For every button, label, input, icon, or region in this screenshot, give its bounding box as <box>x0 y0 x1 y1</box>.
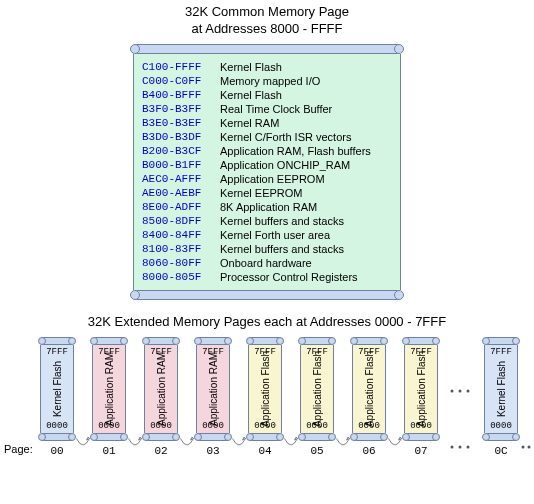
memory-addr: B3D0-B3DF <box>142 130 220 144</box>
page-body: 7FFFApplication Flash0000 <box>404 345 438 433</box>
page-scroll-top <box>484 337 518 345</box>
memory-row: 8060-80FFOnboard hardware <box>142 256 392 270</box>
svg-point-3 <box>451 445 454 448</box>
page-addr-bottom: 0000 <box>249 421 281 431</box>
svg-point-1 <box>459 389 462 392</box>
extended-title: 32K Extended Memory Pages each at Addres… <box>0 314 534 329</box>
common-title: 32K Common Memory Page at Addresses 8000… <box>0 4 534 38</box>
ellipsis-icon <box>520 443 534 451</box>
memory-page: 7FFFApplication Flash000007 <box>404 337 438 457</box>
page-scroll-top <box>352 337 386 345</box>
page-number: 0C <box>484 445 518 457</box>
memory-addr: AE00-AEBF <box>142 186 220 200</box>
page-label: Kernel Flash <box>496 361 507 417</box>
memory-addr: B3F0-B3FF <box>142 102 220 116</box>
memory-row: 8500-8DFFKernel buffers and stacks <box>142 214 392 228</box>
page-addr-top: 7FFF <box>41 347 73 357</box>
memory-row: B3E0-B3EFKernel RAM <box>142 116 392 130</box>
memory-desc: Kernel buffers and stacks <box>220 242 344 256</box>
page-row-label: Page: <box>4 443 33 455</box>
memory-addr: 8060-80FF <box>142 256 220 270</box>
page-body: 7FFFApplication Flash0000 <box>300 345 334 433</box>
page-body: 7FFFKernel Flash0000 <box>484 345 518 433</box>
page-label: Application RAM <box>156 352 167 426</box>
title-line2: at Addresses 8000 - FFFF <box>191 21 342 36</box>
page-addr-bottom: 0000 <box>353 421 385 431</box>
extended-pages-row: Page: 7FFFKernel Flash0000007FFFApplicat… <box>0 337 534 471</box>
memory-row: B200-B3CFApplication RAM, Flash buffers <box>142 144 392 158</box>
memory-desc: Onboard hardware <box>220 256 312 270</box>
memory-desc: Kernel Flash <box>220 60 282 74</box>
memory-addr: 8400-84FF <box>142 228 220 242</box>
page-addr-bottom: 0000 <box>485 421 517 431</box>
memory-desc: Real Time Clock Buffer <box>220 102 332 116</box>
memory-row: B000-B1FFApplication ONCHIP_RAM <box>142 158 392 172</box>
page-scroll-top <box>404 337 438 345</box>
memory-addr: AEC0-AFFF <box>142 172 220 186</box>
page-addr-bottom: 0000 <box>405 421 437 431</box>
memory-addr: C100-FFFF <box>142 60 220 74</box>
memory-addr: C000-C0FF <box>142 74 220 88</box>
page-label: Application Flash <box>260 351 271 427</box>
connector-arrow <box>277 437 305 453</box>
page-body: 7FFFApplication Flash0000 <box>248 345 282 433</box>
memory-row: AEC0-AFFFApplication EEPROM <box>142 172 392 186</box>
page-label: Application Flash <box>312 351 323 427</box>
page-scroll-top <box>40 337 74 345</box>
page-addr-bottom: 0000 <box>301 421 333 431</box>
memory-desc: Application ONCHIP_RAM <box>220 158 350 172</box>
connector-arrow <box>173 437 201 453</box>
page-body: 7FFFApplication Flash0000 <box>352 345 386 433</box>
connector-arrow <box>225 437 253 453</box>
memory-addr: B3E0-B3EF <box>142 116 220 130</box>
page-addr-bottom: 0000 <box>41 421 73 431</box>
page-label: Application Flash <box>364 351 375 427</box>
memory-row: 8E00-ADFF8K Application RAM <box>142 200 392 214</box>
memory-desc: Memory mapped I/O <box>220 74 320 88</box>
scroll-top-decor <box>133 44 401 54</box>
svg-point-5 <box>467 445 470 448</box>
memory-row: B400-BFFFKernel Flash <box>142 88 392 102</box>
memory-row: 8000-805FProcessor Control Registers <box>142 270 392 284</box>
page-scroll-top <box>196 337 230 345</box>
page-label: Application Flash <box>416 351 427 427</box>
page-scroll-bottom <box>484 433 518 441</box>
page-label: Application RAM <box>208 352 219 426</box>
memory-desc: Processor Control Registers <box>220 270 358 284</box>
memory-addr: B200-B3CF <box>142 144 220 158</box>
ellipsis-icon <box>448 387 478 395</box>
svg-point-0 <box>451 389 454 392</box>
memory-desc: Kernel C/Forth ISR vectors <box>220 130 351 144</box>
title-line1: 32K Common Memory Page <box>185 4 349 19</box>
memory-desc: Kernel RAM <box>220 116 279 130</box>
svg-point-4 <box>459 445 462 448</box>
page-addr-bottom: 0000 <box>145 421 177 431</box>
memory-row: B3D0-B3DFKernel C/Forth ISR vectors <box>142 130 392 144</box>
memory-addr: 8100-83FF <box>142 242 220 256</box>
page-addr-bottom: 0000 <box>93 421 125 431</box>
scroll-bottom-decor <box>133 290 401 300</box>
memory-addr: B000-B1FF <box>142 158 220 172</box>
memory-addr: 8000-805F <box>142 270 220 284</box>
memory-desc: Application RAM, Flash buffers <box>220 144 371 158</box>
ellipsis-icon <box>448 443 478 451</box>
memory-map-table: C100-FFFFKernel FlashC000-C0FFMemory map… <box>133 54 401 290</box>
page-scroll-bottom <box>404 433 438 441</box>
page-scroll-top <box>248 337 282 345</box>
page-scroll-top <box>300 337 334 345</box>
page-body: 7FFFApplication RAM0000 <box>92 345 126 433</box>
connector-arrow <box>121 437 149 453</box>
page-number: 07 <box>404 445 438 457</box>
memory-row: 8400-84FFKernel Forth user area <box>142 228 392 242</box>
connector-arrow <box>329 437 357 453</box>
memory-desc: Kernel buffers and stacks <box>220 214 344 228</box>
page-scroll-top <box>144 337 178 345</box>
svg-point-6 <box>522 445 525 448</box>
memory-addr: 8E00-ADFF <box>142 200 220 214</box>
memory-desc: 8K Application RAM <box>220 200 317 214</box>
memory-desc: Kernel Forth user area <box>220 228 330 242</box>
memory-row: C000-C0FFMemory mapped I/O <box>142 74 392 88</box>
memory-row: AE00-AEBFKernel EEPROM <box>142 186 392 200</box>
page-addr-bottom: 0000 <box>197 421 229 431</box>
memory-desc: Kernel EEPROM <box>220 186 303 200</box>
